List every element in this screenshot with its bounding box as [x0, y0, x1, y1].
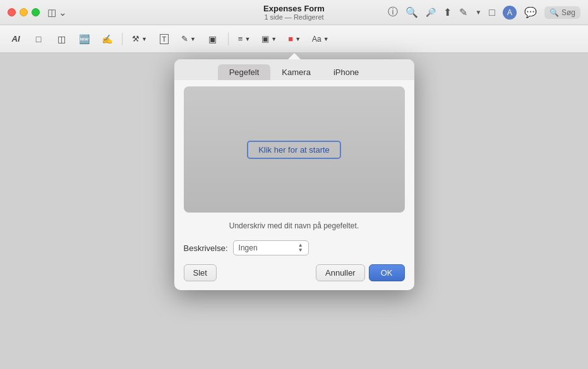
button-row: Slet Annuller OK	[174, 262, 414, 290]
text-box-button[interactable]: T	[155, 30, 174, 48]
main-content: Pegefelt Kamera iPhone Klik her for at s…	[0, 53, 588, 369]
close-button[interactable]	[8, 8, 16, 16]
align-icon: ≡	[238, 34, 243, 44]
info-icon[interactable]: ⓘ	[388, 6, 398, 19]
toolbar-sep-2	[228, 33, 229, 45]
signature-area[interactable]: Klik her for at starte	[184, 86, 405, 213]
minimize-button[interactable]	[20, 8, 28, 16]
align-dropdown-button[interactable]: ≡ ▼	[234, 30, 255, 48]
description-text: Underskriv med dit navn på pegefeltet.	[174, 219, 414, 237]
form-row: Beskrivelse: Ingen ▲ ▼	[174, 237, 414, 262]
titlebar: ◫ ⌄ Expenses Form 1 side — Redigeret ⓘ 🔍…	[0, 0, 588, 25]
signature-dropdown-button[interactable]: ✎ ▼	[177, 30, 200, 48]
page-view-button[interactable]: □	[29, 30, 48, 48]
comment-icon[interactable]: 💬	[524, 6, 537, 18]
border-dropdown-button[interactable]: ▣ ▼	[258, 30, 280, 48]
annotation-icon: 🆕	[79, 34, 90, 44]
tab-kamera[interactable]: Kamera	[270, 64, 322, 80]
search-bar[interactable]: 🔍 Søg	[544, 6, 580, 19]
user-icon[interactable]: A	[503, 6, 517, 20]
tab-pegefelt[interactable]: Pegefelt	[218, 64, 271, 80]
tab-iphone[interactable]: iPhone	[322, 64, 370, 80]
signature-icon: ✎	[181, 34, 188, 44]
add-page-icon[interactable]: □	[489, 7, 495, 18]
font-dropdown-button[interactable]: Aa ▼	[308, 30, 333, 48]
font-label: Aa	[312, 35, 321, 44]
tab-bar: Pegefelt Kamera iPhone	[174, 59, 414, 80]
sidebar-toggle-button[interactable]: ◫ ⌄	[47, 7, 67, 18]
start-button[interactable]: Klik her for at starte	[247, 141, 341, 159]
zoom-in-icon[interactable]: 🔍	[405, 6, 418, 18]
align-chevron-icon: ▼	[244, 36, 250, 42]
toolbar-sep-1	[122, 33, 123, 45]
shape-icon: ▣	[208, 34, 217, 44]
delete-button[interactable]: Slet	[184, 264, 217, 281]
titlebar-center: Expenses Form 1 side — Redigeret	[263, 4, 325, 21]
ai-icon: AI	[12, 34, 20, 44]
table-button[interactable]: ◫	[52, 30, 71, 48]
pen-tool-icon: ✍	[102, 34, 112, 44]
traffic-lights	[8, 8, 40, 16]
font-chevron-icon: ▼	[323, 36, 329, 42]
search-label: Søg	[561, 8, 575, 17]
fullscreen-button[interactable]	[32, 8, 40, 16]
share-icon[interactable]: ⬆	[443, 6, 452, 18]
document-subtitle: 1 side — Redigeret	[263, 13, 325, 21]
document-title: Expenses Form	[263, 4, 325, 13]
shape-button[interactable]: ▣	[203, 30, 222, 48]
border-icon: ▣	[261, 34, 269, 44]
pen-tool-button[interactable]: ✍	[97, 30, 116, 48]
titlebar-right-actions: ⓘ 🔍 🔎 ⬆ ✎ ▼ □ A 💬 🔍 Søg	[388, 6, 580, 20]
signature-chevron-icon: ▼	[190, 36, 196, 42]
pen-icon[interactable]: ✎	[459, 6, 467, 18]
form-label: Beskrivelse:	[184, 243, 228, 253]
toolbar: AI □ ◫ 🆕 ✍ ⚒ ▼ T ✎ ▼ ▣ ≡ ▼ ▣ ▼ ■ ▼ Aa ▼	[0, 25, 588, 53]
select-arrows-icon: ▲ ▼	[298, 243, 303, 253]
cancel-button[interactable]: Annuller	[316, 264, 365, 281]
text-box-icon: T	[160, 34, 169, 44]
insert-chevron-icon: ▼	[141, 36, 147, 42]
border-chevron-icon: ▼	[271, 36, 277, 42]
page-icon: □	[36, 34, 41, 44]
insert-dropdown-button[interactable]: ⚒ ▼	[128, 30, 151, 48]
description-select[interactable]: Ingen ▲ ▼	[233, 240, 309, 255]
color-dropdown-button[interactable]: ■ ▼	[284, 30, 304, 48]
modal-arrow	[288, 53, 301, 59]
zoom-out-icon[interactable]: 🔎	[426, 8, 436, 17]
annotation-button[interactable]: 🆕	[75, 30, 93, 48]
table-icon: ◫	[57, 34, 66, 44]
ok-button[interactable]: OK	[369, 264, 405, 281]
select-value: Ingen	[239, 243, 258, 252]
color-chevron-icon: ▼	[295, 36, 301, 42]
modal-dialog: Pegefelt Kamera iPhone Klik her for at s…	[174, 59, 414, 290]
insert-icon: ⚒	[132, 34, 140, 44]
pen-dropdown-icon[interactable]: ▼	[475, 9, 481, 16]
ai-tool-button[interactable]: AI	[6, 30, 25, 48]
search-icon: 🔍	[549, 8, 559, 17]
color-icon: ■	[288, 34, 293, 44]
primary-buttons: Annuller OK	[316, 264, 405, 281]
